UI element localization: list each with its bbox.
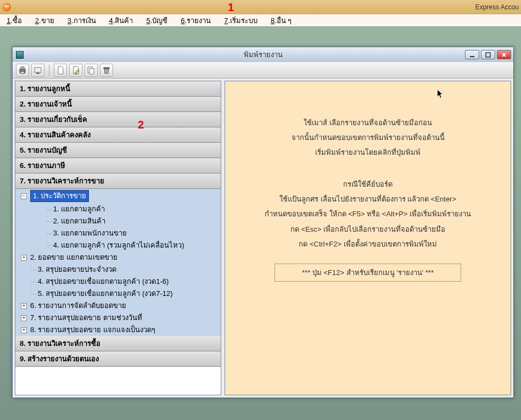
svg-rect-9 xyxy=(104,68,109,69)
app-header: Express Accou xyxy=(0,0,521,14)
menu-เริ่มระบบ[interactable]: 7.เริ่มระบบ xyxy=(217,15,264,26)
tree-category[interactable]: 6. รายงานภาษี xyxy=(15,158,221,173)
tree-category[interactable]: 9. สร้างรายงานด้วยตนเอง xyxy=(15,351,221,367)
tree-node-label: 3. สรุปยอดขายประจำงวด xyxy=(38,265,116,275)
tree-category[interactable]: 8. รายงานวิเคราะห์การซื้อ xyxy=(15,336,221,351)
tree-category[interactable]: 4. รายงานสินค้าคงคลัง xyxy=(15,127,221,143)
tree-node[interactable]: −1. ประวัติการขาย xyxy=(15,189,221,203)
info-line: กด <Ctrl+F2> เพื่อตั้งค่าขอบเขตการพิมพ์ใ… xyxy=(234,238,502,250)
menu-บัญชี[interactable]: 5.บัญชี xyxy=(139,15,174,26)
minimize-button[interactable] xyxy=(465,50,479,59)
expand-icon[interactable]: + xyxy=(21,327,27,333)
tree-leaf[interactable]: ···2. แยกตามสินค้า xyxy=(15,215,221,227)
tree-node-label: 2. ยอดขาย แยกตามเขตขาย xyxy=(30,253,117,262)
tree-node[interactable]: ···4. สรุปยอดขายเชื่อแยกตามลูกค้า (งวด1-… xyxy=(15,276,221,288)
menu-อื่น ๆ[interactable]: 8.อื่น ๆ xyxy=(264,15,298,26)
menu-รายงาน[interactable]: 6.รายงาน xyxy=(174,15,217,26)
close-button[interactable] xyxy=(497,50,511,59)
app-title: Express Accou xyxy=(475,3,519,11)
svg-rect-6 xyxy=(37,73,39,74)
expand-icon[interactable]: + xyxy=(21,315,27,321)
tree-category[interactable]: 2. รายงานเจ้าหนี้ xyxy=(15,97,221,112)
edit-doc-button[interactable] xyxy=(69,64,82,77)
titlebar[interactable]: พิมพ์รายงาน xyxy=(13,47,513,62)
svg-rect-0 xyxy=(470,56,474,57)
tree-node-label: 5. สรุปยอดขายเชื่อแยกตามลูกค้า (งวด7-12) xyxy=(38,289,173,299)
tree-node-label: 7. รายงานสรุปยอดขาย ตามช่วงวันที่ xyxy=(30,313,142,323)
content-area: 1. รายงานลูกหนี้2. รายงานเจ้าหนี้3. รายง… xyxy=(13,79,513,397)
menu-ซื้อ[interactable]: 1.ซื้อ xyxy=(0,15,29,26)
toolbar xyxy=(13,62,513,79)
tree-leaf[interactable]: ···1. แยกตามลูกค้า xyxy=(15,203,221,215)
svg-rect-4 xyxy=(21,71,24,74)
tree-node-label: 8. รายงานสรุปยอดขาย แจกแจงเป็นงวดๆ xyxy=(30,325,155,335)
menu-การเงิน[interactable]: 3.การเงิน xyxy=(61,15,103,26)
tree-category[interactable]: 1. รายงานลูกหนี้ xyxy=(15,81,221,97)
maximize-button[interactable] xyxy=(481,50,495,59)
tree-node[interactable]: +8. รายงานสรุปยอดขาย แจกแจงเป็นงวดๆ xyxy=(15,324,221,336)
report-tree[interactable]: 1. รายงานลูกหนี้2. รายงานเจ้าหนี้3. รายง… xyxy=(15,81,221,395)
tree-node[interactable]: ···3. สรุปยอดขายประจำงวด xyxy=(15,264,221,276)
tree-node[interactable]: +7. รายงานสรุปยอดขาย ตามช่วงวันที่ xyxy=(15,312,221,324)
new-doc-button[interactable] xyxy=(54,64,67,77)
svg-rect-3 xyxy=(21,67,24,69)
preview-button[interactable] xyxy=(31,64,44,77)
info-line: เริ่มพิมพ์รายงานโดยคลิกที่ปุ่มพิมพ์ xyxy=(234,147,502,159)
delete-button[interactable] xyxy=(100,64,113,77)
f12-hint: *** ปุ่ม <F12> สำหรับเรียกเมนู 'รายงาน' … xyxy=(274,264,461,282)
cursor-icon xyxy=(436,89,445,100)
tree-node[interactable]: +2. ยอดขาย แยกตามเขตขาย xyxy=(15,251,221,264)
info-heading: กรณีใช้คีย์บอร์ด xyxy=(234,178,502,191)
info-line: กำหนดขอบเขตเสร็จ ให้กด <F5> หรือ <Alt+P>… xyxy=(234,208,502,220)
svg-rect-8 xyxy=(89,69,94,74)
app-logo-icon xyxy=(2,3,11,12)
annotation-1: 1 xyxy=(228,1,234,14)
tree-leaf[interactable]: ···4. แยกตามลูกค้า (รวมลูกค้าไม่เคลื่อนไ… xyxy=(15,239,221,251)
info-line: กด <Esc> เพื่อกลับไปเลือกรายงานที่จอด้าน… xyxy=(234,223,502,236)
menubar: 1.ซื้อ2.ขาย3.การเงิน4.สินค้า5.บัญชี6.ราย… xyxy=(0,14,521,27)
collapse-icon[interactable]: − xyxy=(21,193,27,199)
menu-ขาย[interactable]: 2.ขาย xyxy=(29,15,61,26)
info-line: ใช้แป้นลูกศร เลื่อนไปยังรายงานที่ต้องการ… xyxy=(234,193,502,205)
toolbar-separator xyxy=(49,64,49,76)
info-line: จากนั้นกำหนดขอบเขตการพิมพ์รายงานที่จอด้า… xyxy=(234,132,502,144)
info-panel: ใช้เมาส์ เลือกรายงานที่จอด้านซ้ายมือก่อน… xyxy=(225,81,511,395)
tree-category[interactable]: 7. รายงานวิเคราะห์การขาย xyxy=(15,173,221,189)
svg-rect-5 xyxy=(35,68,41,72)
svg-rect-1 xyxy=(486,53,490,57)
tree-node-label: 1. ประวัติการขาย xyxy=(30,190,89,202)
tree-node-label: 6. รายงานการจัดลำดับยอดขาย xyxy=(30,301,126,311)
tree-node[interactable]: ···5. สรุปยอดขายเชื่อแยกตามลูกค้า (งวด7-… xyxy=(15,288,221,300)
expand-icon[interactable]: + xyxy=(21,303,27,309)
info-line: ใช้เมาส์ เลือกรายงานที่จอด้านซ้ายมือก่อน xyxy=(234,117,502,129)
tree-leaf[interactable]: ···3. แยกตามพนักงานขาย xyxy=(15,227,221,239)
annotation-2: 2 xyxy=(138,119,144,131)
tree-category[interactable]: 3. รายงานเกี่ยวกับเช็ค xyxy=(15,112,221,127)
copy-doc-button[interactable] xyxy=(85,64,98,77)
print-button[interactable] xyxy=(16,64,29,77)
expand-icon[interactable]: + xyxy=(21,255,27,261)
menu-สินค้า[interactable]: 4.สินค้า xyxy=(103,15,140,26)
workspace: พิมพ์รายงาน 1. รายงานลูกหนี้2. รายงานเจ้… xyxy=(0,27,521,420)
tree-category[interactable]: 5. รายงานบัญชี xyxy=(15,143,221,158)
tree-node[interactable]: +6. รายงานการจัดลำดับยอดขาย xyxy=(15,300,221,312)
window-title: พิมพ์รายงาน xyxy=(13,49,513,60)
report-window: พิมพ์รายงาน 1. รายงานลูกหนี้2. รายงานเจ้… xyxy=(12,47,514,398)
tree-node-label: 4. สรุปยอดขายเชื่อแยกตามลูกค้า (งวด1-6) xyxy=(38,277,169,287)
